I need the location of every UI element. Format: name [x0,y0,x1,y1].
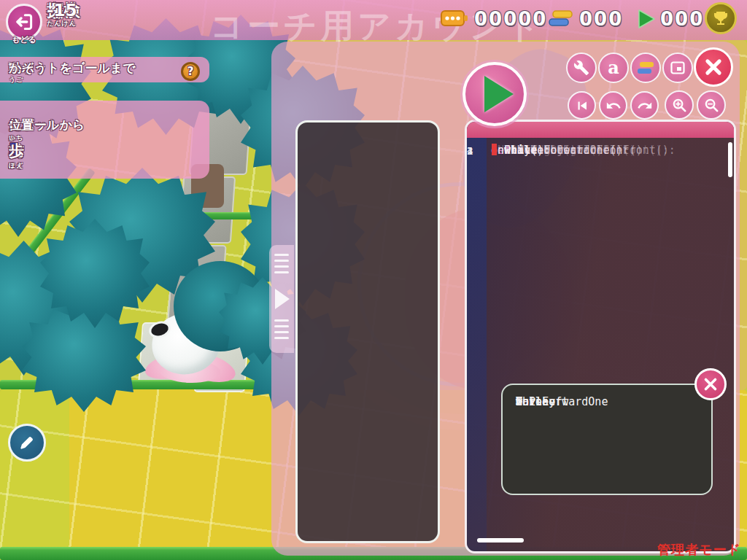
vertical-scrollbar[interactable] [728,142,732,177]
horizontal-scrollbar[interactable] [477,538,524,542]
window-icon [669,59,686,77]
font-button[interactable]: a [598,52,629,83]
battery-icon [441,9,470,29]
grip-line [274,331,289,333]
editor-header-bar [467,122,734,138]
redo-button[interactable] [630,91,659,120]
run-button[interactable] [462,62,527,126]
font-icon: a [608,59,619,77]
grip-line [274,254,289,256]
autocomplete-popup: >while>TurnLeft>False>onPlay>MoveForward… [501,384,713,495]
zoom-in-button[interactable] [665,90,694,120]
grip-line [274,260,289,262]
app-root: コーチ用アカウント もどる 裏山うらやまを探検たんけん-15 00000 000… [0,0,747,560]
command-item[interactable]: ▶"Rock" [298,130,306,153]
play-count-icon [636,9,657,29]
skip-start-icon [574,98,590,114]
grip-line [274,337,289,339]
close-editor-button[interactable] [694,47,733,87]
zoom-out-button[interactable] [697,90,726,120]
edit-map-button[interactable] [8,424,46,462]
battery-count: 00000 [474,8,547,30]
blocks-icon [547,8,575,30]
panel-collapse-handle[interactable] [269,245,294,353]
popup-close-icon [702,376,719,393]
grip-line [274,271,289,273]
line-number: 4 [467,144,473,158]
line-number-gutter: 1234 [467,138,487,553]
grip-line [274,265,289,268]
trophy-button[interactable] [705,2,737,34]
undo-icon [605,98,622,114]
grip-line [274,325,289,327]
admin-mode-label: 管理者モード [657,541,741,559]
zoom-out-icon [703,97,720,114]
reset-button[interactable] [568,91,596,120]
blocks-toolbar-icon [636,60,655,76]
zoom-in-icon [671,97,688,114]
command-panel: ▶MoveForwardOne()▶TurnRight()▶TurnLeft()… [295,120,440,543]
wrench-icon [573,60,589,76]
play-count: 000 [660,8,704,30]
blocks-count: 000 [579,8,623,30]
block-mode-button[interactable] [630,52,661,83]
trophy-icon [712,9,729,27]
popup-close-button[interactable] [694,368,727,400]
window-button[interactable] [662,52,693,83]
back-icon [13,11,35,33]
redo-icon [637,98,653,114]
help-question-icon: ? [187,65,194,78]
undo-button[interactable] [599,91,627,120]
help-button[interactable]: ? [181,62,200,81]
play-icon [484,76,514,112]
goal-panel [0,101,209,179]
close-icon [703,56,724,78]
autocomplete-label: MoveForwardOne [516,395,608,408]
collapse-arrow-icon [275,289,290,309]
settings-button[interactable] [566,52,597,83]
pencil-icon [18,434,36,451]
grip-line [274,319,289,322]
back-button-label: もどる [3,34,45,45]
